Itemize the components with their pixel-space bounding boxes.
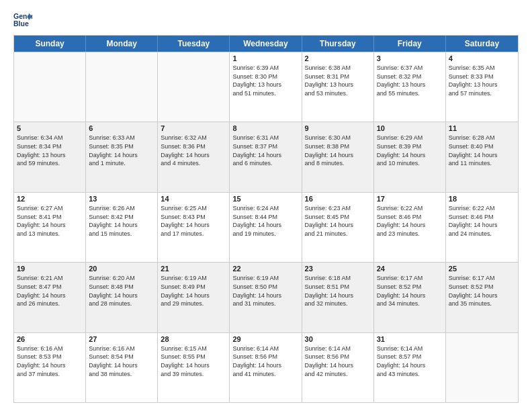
cell-line: Sunrise: 6:30 AM xyxy=(305,134,371,142)
cell-line: Daylight: 14 hours xyxy=(161,152,226,160)
cal-cell: 25Sunrise: 6:17 AMSunset: 8:52 PMDayligh… xyxy=(446,263,518,332)
cal-cell: 24Sunrise: 6:17 AMSunset: 8:52 PMDayligh… xyxy=(374,263,446,332)
cell-line: Daylight: 13 hours xyxy=(232,81,298,89)
cal-cell: 9Sunrise: 6:30 AMSunset: 8:38 PMDaylight… xyxy=(302,122,374,191)
cell-line: and 26 minutes. xyxy=(17,300,83,308)
cal-cell: 13Sunrise: 6:26 AMSunset: 8:42 PMDayligh… xyxy=(86,193,158,262)
cell-line: Sunrise: 6:14 AM xyxy=(377,345,443,353)
cell-line: Sunset: 8:39 PM xyxy=(377,143,443,151)
cal-cell xyxy=(86,52,158,122)
cell-line: Sunrise: 6:27 AM xyxy=(17,205,83,213)
cal-cell: 18Sunrise: 6:22 AMSunset: 8:46 PMDayligh… xyxy=(446,193,518,262)
cell-line: and 39 minutes. xyxy=(161,371,226,379)
cell-line: Daylight: 14 hours xyxy=(161,362,226,370)
day-number: 19 xyxy=(17,265,83,273)
cell-line: and 23 minutes. xyxy=(377,230,443,238)
cell-line: Daylight: 14 hours xyxy=(377,152,443,160)
day-number: 7 xyxy=(161,124,226,132)
cell-line: Sunset: 8:53 PM xyxy=(17,353,83,361)
cell-line: Sunset: 8:56 PM xyxy=(305,353,371,361)
day-number: 5 xyxy=(17,124,83,132)
cell-line: Daylight: 13 hours xyxy=(377,81,443,89)
cell-line: and 53 minutes. xyxy=(305,90,371,98)
cell-line: Sunset: 8:50 PM xyxy=(232,283,298,291)
cal-cell: 5Sunrise: 6:34 AMSunset: 8:34 PMDaylight… xyxy=(14,122,86,191)
cell-line: Daylight: 13 hours xyxy=(17,152,83,160)
cell-line: Daylight: 14 hours xyxy=(449,222,515,230)
cell-line: Sunset: 8:54 PM xyxy=(89,353,154,361)
cell-line: Sunrise: 6:16 AM xyxy=(89,345,154,353)
cell-line: Daylight: 14 hours xyxy=(449,152,515,160)
cell-line: Sunrise: 6:39 AM xyxy=(232,64,298,73)
day-number: 21 xyxy=(161,265,226,273)
cell-line: and 59 minutes. xyxy=(17,160,83,168)
cell-line: and 55 minutes. xyxy=(377,90,443,98)
cell-line: Sunrise: 6:28 AM xyxy=(449,134,515,142)
cal-cell: 16Sunrise: 6:23 AMSunset: 8:45 PMDayligh… xyxy=(302,193,374,262)
cell-line: and 11 minutes. xyxy=(449,160,515,168)
cell-line: Sunrise: 6:15 AM xyxy=(161,345,226,353)
cell-line: Sunrise: 6:23 AM xyxy=(305,205,371,213)
cell-line: Sunset: 8:45 PM xyxy=(305,214,371,222)
cal-cell: 11Sunrise: 6:28 AMSunset: 8:40 PMDayligh… xyxy=(446,122,518,191)
cell-line: Sunrise: 6:31 AM xyxy=(232,134,298,142)
cell-line: Sunrise: 6:22 AM xyxy=(377,205,443,213)
cal-cell: 7Sunrise: 6:32 AMSunset: 8:36 PMDaylight… xyxy=(158,122,230,191)
cal-cell: 26Sunrise: 6:16 AMSunset: 8:53 PMDayligh… xyxy=(14,333,86,402)
cell-line: and 43 minutes. xyxy=(377,371,443,379)
cell-line: Sunset: 8:46 PM xyxy=(449,214,515,222)
cell-line: and 24 minutes. xyxy=(449,230,515,238)
day-number: 4 xyxy=(449,54,515,62)
cal-cell: 20Sunrise: 6:20 AMSunset: 8:48 PMDayligh… xyxy=(86,263,158,332)
cell-line: Sunset: 8:40 PM xyxy=(449,143,515,151)
cal-cell: 23Sunrise: 6:18 AMSunset: 8:51 PMDayligh… xyxy=(302,263,374,332)
cell-line: Daylight: 14 hours xyxy=(89,292,154,300)
day-number: 24 xyxy=(377,265,443,273)
cell-line: and 32 minutes. xyxy=(305,300,371,308)
cal-cell: 8Sunrise: 6:31 AMSunset: 8:37 PMDaylight… xyxy=(230,122,302,191)
day-number: 8 xyxy=(232,124,298,132)
cal-cell: 28Sunrise: 6:15 AMSunset: 8:55 PMDayligh… xyxy=(158,333,230,402)
cell-line: and 4 minutes. xyxy=(161,160,226,168)
cell-line: and 19 minutes. xyxy=(232,230,298,238)
day-number: 3 xyxy=(377,54,443,62)
weekday-header-saturday: Saturday xyxy=(446,36,518,52)
cell-line: Sunrise: 6:22 AM xyxy=(449,205,515,213)
cal-row-2: 12Sunrise: 6:27 AMSunset: 8:41 PMDayligh… xyxy=(14,192,518,262)
calendar-header: SundayMondayTuesdayWednesdayThursdayFrid… xyxy=(14,36,518,52)
cell-line: Sunrise: 6:34 AM xyxy=(17,134,83,142)
cell-line: Sunset: 8:55 PM xyxy=(161,353,226,361)
cell-line: Daylight: 14 hours xyxy=(232,152,298,160)
cell-line: Sunset: 8:42 PM xyxy=(89,214,154,222)
day-number: 14 xyxy=(161,195,226,203)
cell-line: Sunset: 8:52 PM xyxy=(449,283,515,291)
day-number: 13 xyxy=(89,195,154,203)
cell-line: and 42 minutes. xyxy=(305,371,371,379)
cal-cell xyxy=(14,52,86,122)
cell-line: and 21 minutes. xyxy=(305,230,371,238)
cell-line: and 41 minutes. xyxy=(232,371,298,379)
cell-line: Sunset: 8:48 PM xyxy=(89,283,154,291)
svg-text:Blue: Blue xyxy=(13,19,29,28)
cell-line: Sunrise: 6:17 AM xyxy=(449,275,515,283)
logo: General Blue xyxy=(13,11,35,30)
day-number: 15 xyxy=(232,195,298,203)
cell-line: Sunset: 8:49 PM xyxy=(161,283,226,291)
cell-line: Sunset: 8:35 PM xyxy=(89,143,154,151)
cell-line: Sunset: 8:51 PM xyxy=(305,283,371,291)
cal-cell: 22Sunrise: 6:19 AMSunset: 8:50 PMDayligh… xyxy=(230,263,302,332)
cal-row-1: 5Sunrise: 6:34 AMSunset: 8:34 PMDaylight… xyxy=(14,122,518,191)
logo-icon: General Blue xyxy=(13,11,32,30)
day-number: 29 xyxy=(232,335,298,343)
day-number: 25 xyxy=(449,265,515,273)
cal-cell: 15Sunrise: 6:24 AMSunset: 8:44 PMDayligh… xyxy=(230,193,302,262)
day-number: 10 xyxy=(377,124,443,132)
cell-line: Daylight: 14 hours xyxy=(305,152,371,160)
cell-line: Daylight: 14 hours xyxy=(89,152,154,160)
cal-cell xyxy=(158,52,230,122)
cal-cell: 2Sunrise: 6:38 AMSunset: 8:31 PMDaylight… xyxy=(302,52,374,122)
cell-line: Daylight: 14 hours xyxy=(305,362,371,370)
weekday-header-wednesday: Wednesday xyxy=(230,36,302,52)
day-number: 2 xyxy=(305,54,371,62)
weekday-header-thursday: Thursday xyxy=(302,36,374,52)
